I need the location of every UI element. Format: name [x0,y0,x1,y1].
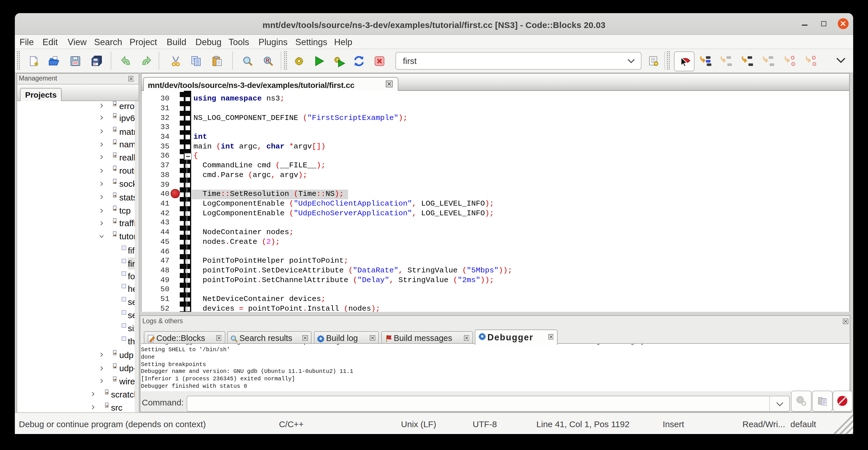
svg-text:R: R [266,58,269,63]
